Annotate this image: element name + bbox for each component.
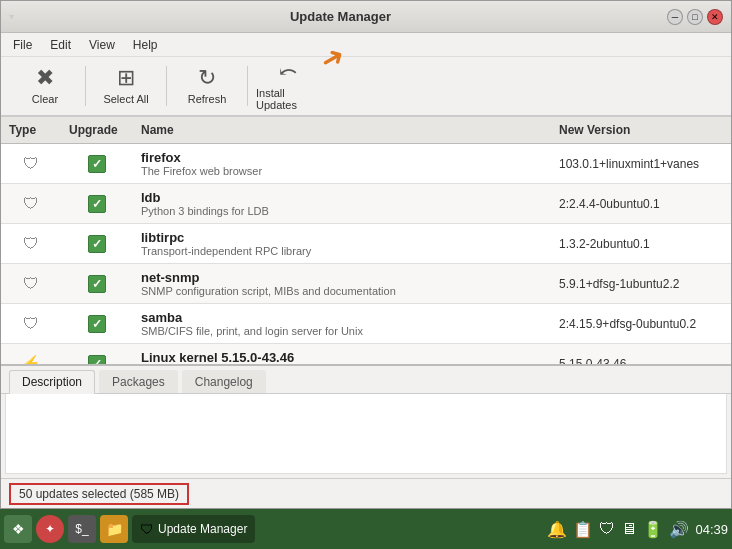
col-header-type: Type bbox=[1, 121, 61, 139]
start-icon: ❖ bbox=[12, 521, 25, 537]
install-label: Install Updates bbox=[256, 87, 320, 111]
install-icon: ⤺ bbox=[279, 61, 297, 83]
package-name: ldb bbox=[141, 190, 543, 205]
name-cell: firefox The Firefox web browser bbox=[133, 148, 551, 179]
checkbox[interactable]: ✓ bbox=[88, 275, 106, 293]
table-row[interactable]: 🛡 ✓ libtirpc Transport-independent RPC l… bbox=[1, 224, 731, 264]
taskbar-icon-2[interactable]: ✦ bbox=[36, 515, 64, 543]
refresh-button[interactable]: ↻ Refresh bbox=[171, 60, 243, 112]
upgrade-cell[interactable]: ✓ bbox=[61, 353, 133, 365]
col-header-upgrade: Upgrade bbox=[61, 121, 133, 139]
shield-icon: 🛡 bbox=[20, 153, 42, 175]
toolbar-separator-3 bbox=[247, 66, 248, 106]
menu-file[interactable]: File bbox=[5, 36, 40, 54]
upgrade-cell[interactable]: ✓ bbox=[61, 273, 133, 295]
taskbar-left: ❖ ✦ $_ 📁 🛡 Update Manager bbox=[4, 515, 255, 543]
taskbar-icon-3[interactable]: $_ bbox=[68, 515, 96, 543]
toolbar-separator-1 bbox=[85, 66, 86, 106]
select-all-icon: ⊞ bbox=[117, 67, 135, 89]
tab-bar: Description Packages Changelog bbox=[1, 366, 731, 394]
tab-packages[interactable]: Packages bbox=[99, 370, 178, 393]
notification-icon[interactable]: 🔔 bbox=[547, 520, 567, 539]
taskbar-icon-4[interactable]: 📁 bbox=[100, 515, 128, 543]
checkbox[interactable]: ✓ bbox=[88, 315, 106, 333]
version-cell: 1.3.2-2ubuntu0.1 bbox=[551, 235, 731, 253]
install-updates-button[interactable]: ⤺ Install Updates bbox=[252, 60, 324, 112]
taskbar-icon-1[interactable]: ❖ bbox=[4, 515, 32, 543]
upgrade-cell[interactable]: ✓ bbox=[61, 193, 133, 215]
type-cell: 🛡 bbox=[1, 311, 61, 337]
tab-description[interactable]: Description bbox=[9, 370, 95, 394]
titlebar-controls: ─ □ ✕ bbox=[667, 9, 723, 25]
shield-icon: 🛡 bbox=[20, 313, 42, 335]
checkbox[interactable]: ✓ bbox=[88, 235, 106, 253]
menu-edit[interactable]: Edit bbox=[42, 36, 79, 54]
menu-view[interactable]: View bbox=[81, 36, 123, 54]
package-desc: Transport-independent RPC library bbox=[141, 245, 543, 257]
clear-button[interactable]: ✖ Clear bbox=[9, 60, 81, 112]
taskbar-app-icon: 🛡 bbox=[140, 521, 154, 537]
table-header: Type Upgrade Name New Version bbox=[1, 117, 731, 144]
status-badge: 50 updates selected (585 MB) bbox=[9, 483, 189, 505]
table-row[interactable]: 🛡 ✓ net-snmp SNMP configuration script, … bbox=[1, 264, 731, 304]
maximize-button[interactable]: □ bbox=[687, 9, 703, 25]
menubar: File Edit View Help bbox=[1, 33, 731, 57]
table-row[interactable]: 🛡 ✓ firefox The Firefox web browser 103.… bbox=[1, 144, 731, 184]
minimize-button[interactable]: ─ bbox=[667, 9, 683, 25]
name-cell: Linux kernel 5.15.0-43.46 The Linux kern… bbox=[133, 348, 551, 364]
package-desc: Python 3 bindings for LDB bbox=[141, 205, 543, 217]
checkbox[interactable]: ✓ bbox=[88, 155, 106, 173]
titlebar: ▾ Update Manager ─ □ ✕ bbox=[1, 1, 731, 33]
shield-icon: 🛡 bbox=[20, 193, 42, 215]
version-cell: 5.9.1+dfsg-1ubuntu2.2 bbox=[551, 275, 731, 293]
clipboard-icon[interactable]: 📋 bbox=[573, 520, 593, 539]
checkbox[interactable]: ✓ bbox=[88, 195, 106, 213]
type-cell: ⚡ bbox=[1, 351, 61, 365]
checkbox[interactable]: ✓ bbox=[88, 355, 106, 365]
select-all-label: Select All bbox=[103, 93, 148, 105]
refresh-icon: ↻ bbox=[198, 67, 216, 89]
upgrade-cell[interactable]: ✓ bbox=[61, 153, 133, 175]
volume-icon[interactable]: 🔊 bbox=[669, 520, 689, 539]
toolbar-separator-2 bbox=[166, 66, 167, 106]
display-icon[interactable]: 🖥 bbox=[621, 520, 637, 538]
table-row[interactable]: 🛡 ✓ samba SMB/CIFS file, print, and logi… bbox=[1, 304, 731, 344]
name-cell: ldb Python 3 bindings for LDB bbox=[133, 188, 551, 219]
window-title: Update Manager bbox=[14, 9, 667, 24]
clock: 04:39 bbox=[695, 522, 728, 537]
kernel-icon: ⚡ bbox=[20, 353, 42, 365]
package-name: libtirpc bbox=[141, 230, 543, 245]
package-name: samba bbox=[141, 310, 543, 325]
status-bar: 50 updates selected (585 MB) bbox=[1, 478, 731, 508]
tab-changelog[interactable]: Changelog bbox=[182, 370, 266, 393]
clear-icon: ✖ bbox=[36, 67, 54, 89]
upgrade-cell[interactable]: ✓ bbox=[61, 233, 133, 255]
taskbar-active-app[interactable]: 🛡 Update Manager bbox=[132, 515, 255, 543]
table-row[interactable]: 🛡 ✓ ldb Python 3 bindings for LDB 2:2.4.… bbox=[1, 184, 731, 224]
taskbar: ❖ ✦ $_ 📁 🛡 Update Manager 🔔 📋 🛡 🖥 🔋 🔊 04… bbox=[0, 509, 732, 549]
upgrade-cell[interactable]: ✓ bbox=[61, 313, 133, 335]
select-all-button[interactable]: ⊞ Select All bbox=[90, 60, 162, 112]
clear-label: Clear bbox=[32, 93, 58, 105]
tab-content bbox=[5, 394, 727, 474]
version-cell: 5.15.0-43.46 bbox=[551, 355, 731, 365]
package-name: firefox bbox=[141, 150, 543, 165]
close-button[interactable]: ✕ bbox=[707, 9, 723, 25]
shield-sys-icon[interactable]: 🛡 bbox=[599, 520, 615, 538]
version-cell: 2:2.4.4-0ubuntu0.1 bbox=[551, 195, 731, 213]
version-cell: 2:4.15.9+dfsg-0ubuntu0.2 bbox=[551, 315, 731, 333]
name-cell: samba SMB/CIFS file, print, and login se… bbox=[133, 308, 551, 339]
taskbar-app-label: Update Manager bbox=[158, 522, 247, 536]
battery-icon[interactable]: 🔋 bbox=[643, 520, 663, 539]
version-cell: 103.0.1+linuxmint1+vanes bbox=[551, 155, 731, 173]
table-row[interactable]: ⚡ ✓ Linux kernel 5.15.0-43.46 The Linux … bbox=[1, 344, 731, 364]
table-body: 🛡 ✓ firefox The Firefox web browser 103.… bbox=[1, 144, 731, 364]
package-desc: SNMP configuration script, MIBs and docu… bbox=[141, 285, 543, 297]
type-cell: 🛡 bbox=[1, 231, 61, 257]
taskbar-right: 🔔 📋 🛡 🖥 🔋 🔊 04:39 bbox=[547, 520, 728, 539]
install-btn-wrap: ⤺ Install Updates ➜ bbox=[252, 60, 324, 112]
menu-help[interactable]: Help bbox=[125, 36, 166, 54]
shield-icon: 🛡 bbox=[20, 273, 42, 295]
package-desc: SMB/CIFS file, print, and login server f… bbox=[141, 325, 543, 337]
type-cell: 🛡 bbox=[1, 271, 61, 297]
